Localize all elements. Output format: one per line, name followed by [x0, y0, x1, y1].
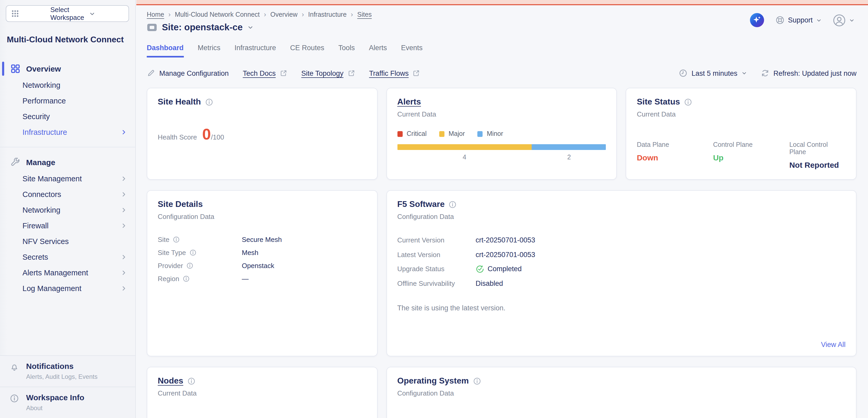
info-icon[interactable]	[449, 200, 457, 208]
software-value: crt-20250701-0053	[475, 251, 535, 259]
site-topology-link[interactable]: Site Topology	[301, 69, 355, 77]
detail-row-provider: Provider Openstack	[158, 259, 366, 272]
software-label: Latest Version	[397, 251, 475, 259]
chevron-down-icon	[742, 70, 747, 76]
dashboard-grid: Site Health Health Score 0 /100 Alerts	[136, 77, 868, 418]
site-topology-label: Site Topology	[301, 69, 344, 77]
tab-metrics[interactable]: Metrics	[198, 44, 220, 57]
sidebar-item-label: Firewall	[23, 221, 121, 230]
info-icon[interactable]	[684, 98, 692, 106]
sidebar-item-firewall[interactable]: Firewall	[0, 218, 135, 233]
f5-software-title: F5 Software	[397, 200, 444, 209]
tab-events[interactable]: Events	[401, 44, 423, 57]
sidebar-item-infrastructure[interactable]: Infrastructure	[0, 124, 135, 140]
sidebar-item-performance[interactable]: Performance	[0, 93, 135, 109]
breadcrumb-separator: ›	[264, 10, 266, 18]
sidebar-item-manage[interactable]: Manage	[0, 153, 135, 171]
bell-icon	[10, 363, 19, 371]
detail-row-region: Region —	[158, 272, 366, 285]
sidebar-item-secrets[interactable]: Secrets	[0, 249, 135, 265]
software-label: Offline Survivability	[397, 279, 475, 287]
info-icon[interactable]	[187, 377, 195, 385]
sidebar-item-nfv-services[interactable]: NFV Services	[0, 233, 135, 249]
manage-configuration-button[interactable]: Manage Configuration	[147, 69, 229, 77]
nodes-title-link[interactable]: Nodes	[158, 376, 183, 386]
legend-label: Critical	[407, 130, 427, 138]
view-all-link[interactable]: View All	[821, 341, 845, 349]
sidebar-item-overview[interactable]: Overview	[0, 60, 135, 77]
info-icon[interactable]	[205, 98, 213, 106]
software-value: Completed	[488, 265, 522, 273]
status-label: Local Control Plane	[789, 141, 845, 156]
traffic-flows-link[interactable]: Traffic Flows	[369, 69, 420, 77]
chevron-down-icon	[849, 18, 855, 23]
support-menu[interactable]: Support	[775, 16, 822, 25]
chevron-down-icon[interactable]	[247, 25, 253, 30]
time-range-label: Last 5 minutes	[691, 69, 738, 77]
info-icon[interactable]	[173, 236, 180, 243]
f5-software-subtitle: Configuration Data	[397, 213, 845, 220]
info-icon[interactable]	[187, 262, 193, 269]
support-label: Support	[788, 16, 813, 24]
breadcrumb-separator: ›	[302, 10, 304, 18]
legend-label: Major	[448, 130, 465, 138]
breadcrumb-home[interactable]: Home	[147, 11, 164, 18]
main-content: Home › Multi-Cloud Network Connect › Ove…	[136, 0, 868, 418]
site-details-subtitle: Configuration Data	[158, 213, 366, 220]
sidebar-item-workspace-info[interactable]: Workspace Info About	[0, 387, 135, 418]
status-value: Not Reported	[789, 160, 845, 169]
ai-assistant-button[interactable]	[750, 13, 764, 27]
workspace-info-subtitle: About	[26, 405, 128, 412]
pencil-icon	[147, 69, 155, 77]
sidebar-item-notifications[interactable]: Notifications Alerts, Audit Logs, Events	[0, 355, 135, 387]
time-range-selector[interactable]: Last 5 minutes	[679, 69, 747, 77]
sidebar-item-alerts-management[interactable]: Alerts Management	[0, 265, 135, 280]
software-value: crt-20250701-0053	[475, 236, 535, 244]
sidebar-item-site-management[interactable]: Site Management	[0, 171, 135, 186]
wrench-icon	[11, 157, 20, 167]
operating-system-subtitle: Configuration Data	[397, 389, 845, 397]
tab-alerts[interactable]: Alerts	[369, 44, 387, 57]
alerts-legend: Critical Major Minor	[397, 130, 606, 138]
external-link-icon	[413, 69, 420, 77]
health-score-value: 0	[202, 126, 211, 142]
status-label: Control Plane	[713, 141, 789, 148]
alerts-stacked-bar	[397, 144, 606, 150]
breadcrumb-sites[interactable]: Sites	[357, 11, 372, 18]
workspace-selector[interactable]: Select Workspace	[6, 5, 129, 22]
status-control-plane: Control Plane Up	[713, 141, 789, 169]
alerts-title-link[interactable]: Alerts	[397, 97, 421, 107]
sidebar-nav: Overview Networking Performance Security…	[0, 60, 135, 296]
info-icon[interactable]	[190, 249, 196, 256]
sidebar-item-log-management[interactable]: Log Management	[0, 280, 135, 296]
external-link-icon	[347, 69, 355, 77]
sidebar-item-connectors[interactable]: Connectors	[0, 186, 135, 202]
info-icon[interactable]	[473, 377, 481, 385]
account-menu[interactable]	[833, 14, 855, 26]
tab-infrastructure[interactable]: Infrastructure	[235, 44, 276, 57]
info-icon[interactable]	[183, 275, 190, 282]
sidebar-item-label: Alerts Management	[23, 268, 121, 277]
tech-docs-link[interactable]: Tech Docs	[243, 69, 287, 77]
status-local-control-plane: Local Control Plane Not Reported	[789, 141, 845, 169]
chevron-right-icon	[121, 191, 127, 197]
grid-dots-icon	[11, 10, 46, 17]
sidebar-item-networking-manage[interactable]: Networking	[0, 202, 135, 218]
notifications-title: Notifications	[26, 362, 128, 370]
legend-swatch-critical	[397, 131, 402, 137]
detail-value: Openstack	[242, 262, 274, 270]
tab-tools[interactable]: Tools	[338, 44, 355, 57]
refresh-button[interactable]: Refresh: Updated just now	[761, 69, 857, 77]
notifications-subtitle: Alerts, Audit Logs, Events	[26, 373, 128, 380]
chevron-right-icon	[121, 129, 127, 135]
tab-ce-routes[interactable]: CE Routes	[290, 44, 324, 57]
page-header: Home › Multi-Cloud Network Connect › Ove…	[136, 5, 868, 33]
sidebar-item-security[interactable]: Security	[0, 109, 135, 124]
sidebar-item-networking-overview[interactable]: Networking	[0, 77, 135, 93]
legend-label: Minor	[487, 130, 503, 138]
site-details-card: Site Details Configuration Data Site Sec…	[147, 190, 377, 356]
tab-bar: Dashboard Metrics Infrastructure CE Rout…	[136, 44, 868, 57]
tab-dashboard[interactable]: Dashboard	[147, 44, 184, 57]
site-status-card: Site Status Current Data Data Plane Down…	[626, 88, 857, 180]
app-window: Select Workspace Multi-Cloud Network Con…	[0, 0, 868, 418]
